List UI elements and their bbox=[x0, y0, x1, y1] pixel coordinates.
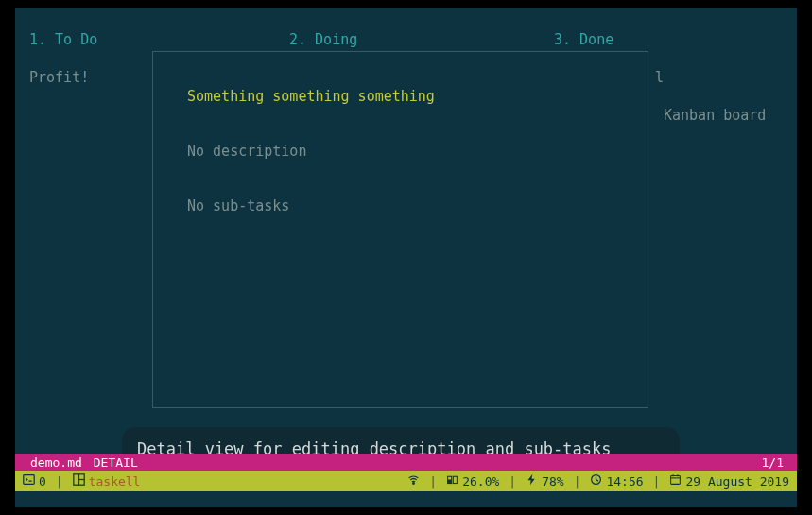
detail-description[interactable]: No description bbox=[187, 143, 613, 160]
wifi-segment bbox=[407, 473, 420, 489]
calendar-icon bbox=[669, 473, 682, 489]
date-segment: 29 August 2019 bbox=[669, 473, 789, 489]
svg-rect-6 bbox=[448, 480, 452, 484]
editor-statusbar: demo.md DETAIL 1/1 bbox=[15, 454, 797, 471]
status-mode: DETAIL bbox=[94, 455, 138, 470]
tmux-window-number: 0 bbox=[39, 474, 46, 489]
terminal-icon bbox=[23, 473, 35, 489]
detail-title[interactable]: Something something something bbox=[187, 88, 613, 105]
svg-rect-9 bbox=[671, 475, 681, 484]
detail-panel[interactable]: Something something something No descrip… bbox=[152, 51, 648, 408]
status-position: 1/1 bbox=[762, 455, 784, 470]
clock-segment: 14:56 bbox=[590, 473, 643, 489]
tmux-statusbar: 0 | taskell | 26.0% | 78% bbox=[15, 471, 797, 491]
terminal-screen: 1. To Do 2. Doing 3. Done Profit! l Kanb… bbox=[15, 8, 797, 507]
separator: | bbox=[429, 474, 437, 489]
cpu-segment: 26.0% bbox=[446, 473, 499, 489]
detail-subtasks[interactable]: No sub-tasks bbox=[187, 197, 613, 215]
cpu-icon bbox=[446, 473, 458, 489]
separator: | bbox=[574, 474, 581, 489]
bolt-icon bbox=[526, 473, 538, 489]
separator: | bbox=[653, 474, 661, 489]
task-card-profit[interactable]: Profit! bbox=[29, 69, 89, 86]
task-card-fragment: l bbox=[655, 69, 664, 86]
wifi-icon bbox=[407, 473, 420, 489]
tmux-session-segment[interactable]: taskell bbox=[73, 473, 141, 489]
date-value: 29 August 2019 bbox=[685, 474, 789, 489]
status-filename: demo.md bbox=[30, 455, 82, 470]
column-header-done: 3. Done bbox=[554, 31, 613, 48]
task-card-kanban[interactable]: Kanban board bbox=[664, 107, 766, 124]
cpu-value: 26.0% bbox=[462, 474, 499, 489]
svg-rect-0 bbox=[24, 475, 34, 485]
column-header-todo: 1. To Do bbox=[29, 31, 97, 48]
battery-value: 78% bbox=[542, 474, 563, 489]
column-header-doing: 2. Doing bbox=[289, 31, 357, 48]
separator: | bbox=[56, 474, 63, 489]
clock-icon bbox=[590, 473, 602, 489]
tmux-window-indicator[interactable]: 0 bbox=[23, 473, 46, 489]
battery-segment: 78% bbox=[526, 473, 563, 489]
panes-icon bbox=[73, 473, 85, 489]
separator: | bbox=[509, 474, 516, 489]
clock-value: 14:56 bbox=[606, 474, 643, 489]
svg-rect-7 bbox=[453, 476, 457, 483]
svg-point-4 bbox=[413, 483, 415, 485]
tmux-session-name: taskell bbox=[89, 474, 141, 489]
